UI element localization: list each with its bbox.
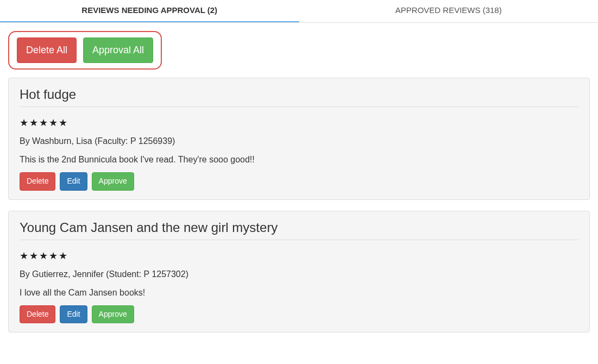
approval-all-button[interactable]: Approval All xyxy=(83,37,153,63)
edit-button[interactable]: Edit xyxy=(60,305,87,324)
review-byline: By Gutierrez, Jennifer (Student: P 12573… xyxy=(20,269,578,279)
review-card: Hot fudge ★★★★★ By Washburn, Lisa (Facul… xyxy=(8,78,590,200)
delete-all-button[interactable]: Delete All xyxy=(17,37,77,63)
review-actions: Delete Edit Approve xyxy=(20,305,578,324)
edit-button[interactable]: Edit xyxy=(60,172,87,191)
star-icon: ★ xyxy=(59,250,68,261)
review-card: Young Cam Jansen and the new girl myster… xyxy=(8,211,590,333)
review-byline: By Washburn, Lisa (Faculty: P 1256939) xyxy=(20,136,578,146)
star-rating: ★★★★★ xyxy=(20,250,578,262)
star-icon: ★ xyxy=(20,117,29,128)
review-actions: Delete Edit Approve xyxy=(20,172,578,191)
approve-button[interactable]: Approve xyxy=(92,172,134,191)
approve-button[interactable]: Approve xyxy=(92,305,134,324)
delete-button[interactable]: Delete xyxy=(20,305,55,324)
star-icon: ★ xyxy=(59,117,68,128)
star-icon: ★ xyxy=(39,250,49,261)
delete-button[interactable]: Delete xyxy=(20,172,55,191)
review-body: This is the 2nd Bunnicula book I've read… xyxy=(20,155,578,165)
review-title: Young Cam Jansen and the new girl myster… xyxy=(20,220,578,240)
tab-pending[interactable]: REVIEWS NEEDING APPROVAL (2) xyxy=(0,0,299,22)
star-icon: ★ xyxy=(49,250,59,261)
star-icon: ★ xyxy=(29,250,39,261)
review-body: I love all the Cam Jansen books! xyxy=(20,288,578,298)
tabs: REVIEWS NEEDING APPROVAL (2) APPROVED RE… xyxy=(0,0,598,23)
review-title: Hot fudge xyxy=(20,87,578,107)
star-rating: ★★★★★ xyxy=(20,117,578,129)
tab-approved[interactable]: APPROVED REVIEWS (318) xyxy=(299,0,599,22)
star-icon: ★ xyxy=(29,117,39,128)
bulk-actions: Delete All Approval All xyxy=(8,31,162,70)
star-icon: ★ xyxy=(20,250,29,261)
star-icon: ★ xyxy=(39,117,49,128)
star-icon: ★ xyxy=(49,117,59,128)
